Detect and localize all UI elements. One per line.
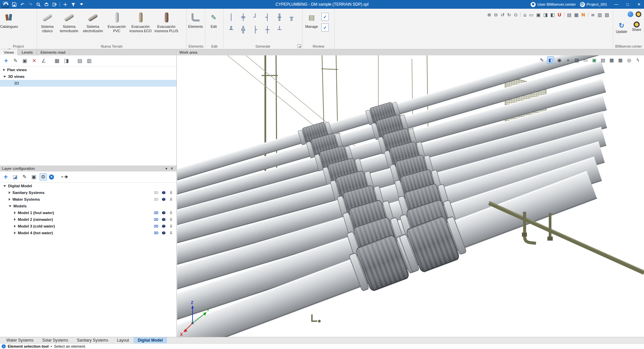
elements-button[interactable]: Elements: [187, 10, 204, 43]
render-quality-icon[interactable]: ▣: [591, 56, 598, 63]
layer-row-sanitary-systems[interactable]: Sanitary Systems 3D: [0, 189, 176, 196]
edit-button[interactable]: ✎ Edit: [206, 10, 222, 43]
tab-layout[interactable]: Layout: [113, 337, 133, 343]
tab-water-systems[interactable]: Water Systems: [2, 337, 38, 343]
annotate-icon[interactable]: ✎: [538, 56, 545, 63]
bimserver-globe-icon[interactable]: [628, 11, 633, 17]
cube-icon[interactable]: [162, 224, 166, 228]
grid-icon[interactable]: ▣: [536, 12, 541, 17]
layer-row-digital-model[interactable]: Digital Model: [0, 183, 176, 189]
layer-row-water-systems[interactable]: Water Systems 3D: [0, 196, 176, 203]
section-icon[interactable]: ▧: [573, 56, 580, 63]
chevron-down-icon[interactable]: [3, 185, 6, 187]
generate-tool-icon[interactable]: ┼: [261, 23, 273, 36]
generate-tool-icon[interactable]: ╥: [285, 11, 298, 23]
evacuacion-insonora-plus-button[interactable]: Evacuación insonora PLUS: [153, 10, 179, 43]
openbim-icon[interactable]: N: [581, 12, 585, 17]
generate-tool-icon[interactable]: ╪: [237, 11, 249, 23]
drawing-icon[interactable]: ▧: [605, 12, 609, 17]
chevron-right-icon[interactable]: [14, 232, 16, 234]
cube-icon[interactable]: [162, 197, 166, 201]
chevron-right-icon[interactable]: [14, 218, 16, 221]
split-view-icon[interactable]: ◨: [543, 12, 548, 17]
catalogues-button[interactable]: Catalogues: [0, 10, 18, 43]
cube-icon[interactable]: [162, 191, 166, 195]
table-icon[interactable]: ▦: [574, 12, 579, 17]
tree-item-plan-views[interactable]: Plan views: [0, 66, 176, 73]
chevron-right-icon[interactable]: [9, 191, 10, 194]
home-view-icon[interactable]: ⌂: [523, 12, 526, 17]
3d-scene[interactable]: Z Y X: [177, 55, 644, 337]
check-document-icon[interactable]: ✓: [321, 13, 329, 21]
chevron-down-icon[interactable]: [9, 205, 11, 207]
chevron-down-icon[interactable]: [3, 76, 6, 78]
generate-tool-icon[interactable]: ╬: [237, 23, 249, 36]
report-icon[interactable]: ▥: [598, 12, 602, 17]
quick-access-caret-icon[interactable]: [78, 2, 84, 7]
layer-settings-icon[interactable]: ⚙: [40, 173, 47, 181]
zoom-in-icon[interactable]: ⊕: [487, 12, 491, 17]
tab-views[interactable]: Views: [0, 49, 18, 55]
3d-view-mode-icon[interactable]: ◧: [547, 56, 554, 63]
3d-badge[interactable]: 3D: [154, 211, 158, 215]
undo-icon[interactable]: ↶: [19, 2, 25, 7]
tools-icon[interactable]: [62, 2, 68, 7]
tab-levels[interactable]: Levels: [18, 49, 37, 55]
lock-icon[interactable]: [169, 231, 173, 235]
list-icon[interactable]: ≡: [591, 12, 595, 17]
add-layer-icon[interactable]: +: [2, 173, 9, 181]
chevron-right-icon[interactable]: [9, 198, 10, 201]
sistema-clasico-button[interactable]: Sistema clásico: [37, 10, 57, 43]
copy-layer-icon[interactable]: ▣: [30, 173, 38, 181]
panel-icon[interactable]: ◧: [550, 12, 555, 17]
generate-tool-icon[interactable]: ├: [249, 23, 261, 36]
3d-viewport[interactable]: Z Y X ✎ ◧ ◉ + ▧ ▭ ▣ ▤ ▩ ▦ ◎ ϟ: [177, 55, 644, 337]
lock-icon[interactable]: [169, 197, 173, 201]
magnet-snap-icon[interactable]: U: [557, 12, 561, 17]
add-view-icon[interactable]: +: [2, 57, 10, 65]
share-button[interactable]: Share: [631, 21, 642, 34]
3d-badge[interactable]: 3D: [154, 231, 158, 235]
rotate-left-icon[interactable]: ↺: [500, 12, 504, 17]
generate-tool-icon[interactable]: ┘: [249, 11, 261, 23]
delete-view-icon[interactable]: ✕: [30, 57, 38, 65]
close-button[interactable]: ✕: [634, 0, 644, 9]
hide-elements-icon[interactable]: ◎: [626, 56, 633, 63]
table-view-icon[interactable]: ▤: [599, 56, 606, 63]
generate-tool-icon[interactable]: ╫: [273, 11, 285, 23]
tree-item-3d[interactable]: 3D: [0, 80, 176, 87]
chevron-right-icon[interactable]: [3, 68, 5, 71]
panel-splitter[interactable]: [0, 161, 176, 165]
zoom-icon[interactable]: [36, 2, 41, 7]
tree-item-3d-views[interactable]: 3D views: [0, 73, 176, 80]
3d-badge[interactable]: 3D: [154, 197, 158, 201]
eye-icon[interactable]: ◉: [556, 56, 563, 63]
evacuacion-pvc-button[interactable]: Evacuación PVC: [106, 10, 128, 43]
generate-tool-icon[interactable]: │: [225, 11, 237, 23]
cube-icon[interactable]: [162, 231, 166, 235]
app-logo-icon[interactable]: [2, 1, 9, 8]
evacuacion-insonora-eco-button[interactable]: Evacuación insonora ECO: [128, 10, 153, 43]
chevron-right-icon[interactable]: [14, 211, 16, 214]
generate-tool-icon[interactable]: ┤: [261, 11, 273, 23]
3d-badge[interactable]: 3D: [154, 224, 158, 228]
layer-row-model-4[interactable]: Model 4 (hot water) 3D: [0, 230, 176, 236]
sistema-termofusion-button[interactable]: Sistema termofusión: [58, 10, 80, 43]
eraser-icon[interactable]: ◪: [11, 173, 19, 181]
bimserver-project[interactable]: Project_001: [580, 2, 607, 7]
zoom-out-icon[interactable]: ⊖: [494, 12, 498, 17]
3d-badge[interactable]: 3D: [154, 191, 158, 195]
tab-sanitary-systems[interactable]: Sanitary Systems: [72, 337, 112, 343]
bimserver-user[interactable]: User BIMserver.center: [531, 2, 576, 7]
3d-badge[interactable]: 3D: [154, 217, 158, 221]
edit-view-icon[interactable]: ✎: [11, 57, 19, 65]
redo-icon[interactable]: ↷: [28, 2, 33, 7]
minimize-button[interactable]: —: [611, 0, 621, 9]
layout-icon[interactable]: ▤: [567, 12, 572, 17]
lock-icon[interactable]: [169, 217, 173, 221]
layer-row-model-1[interactable]: Model 1 (foul water) 3D: [0, 209, 176, 216]
tab-solar-systems[interactable]: Solar Systems: [38, 337, 72, 343]
tab-digital-model[interactable]: Digital Model: [133, 337, 167, 343]
snapshot-alt-icon[interactable]: ◨: [62, 57, 70, 65]
sistema-electrofusion-button[interactable]: Sistema electrofusión: [81, 10, 105, 43]
